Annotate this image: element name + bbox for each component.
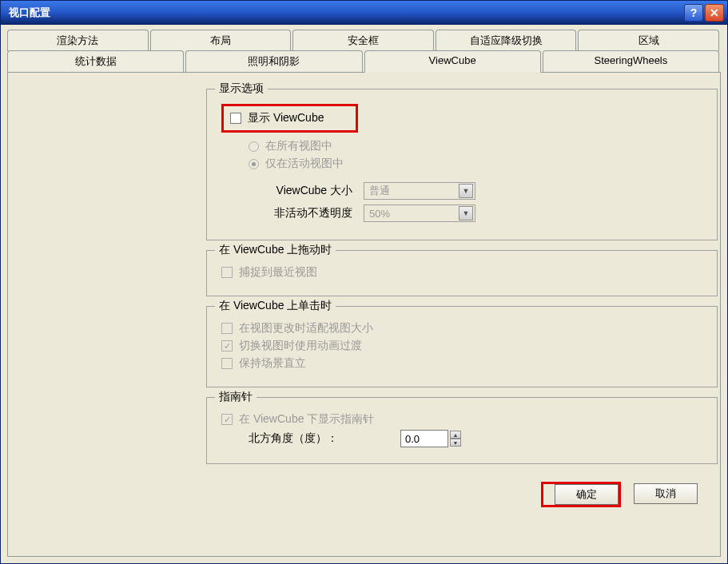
spinner-north-angle[interactable]: 0.0 ▲ ▼ [400, 430, 461, 447]
tab-row-top: 渲染方法 布局 安全框 自适应降级切换 区域 [7, 30, 721, 51]
label-inactive-opacity: 非活动不透明度 [249, 206, 352, 220]
checkbox-animate[interactable]: ✓ [221, 340, 233, 352]
close-button[interactable]: ✕ [705, 4, 724, 22]
checkbox-snap-nearest[interactable] [221, 267, 233, 278]
tab-regions[interactable]: 区域 [578, 30, 719, 51]
tab-render-method[interactable]: 渲染方法 [7, 30, 149, 51]
window-title: 视口配置 [9, 6, 682, 20]
label-snap-nearest: 捕捉到最近视图 [239, 265, 317, 280]
content-area: 显示选项 显示 ViewCube 在所有视图中 仅在活动视图中 V [206, 89, 718, 464]
tab-viewcube[interactable]: ViewCube [364, 50, 541, 73]
label-fit-view: 在视图更改时适配视图大小 [239, 321, 373, 336]
label-show-viewcube: 显示 ViewCube [248, 111, 324, 125]
row-viewcube-size: ViewCube 大小 普通 ▼ [249, 182, 702, 200]
checkbox-show-compass[interactable]: ✓ [221, 414, 233, 425]
group-display-options: 显示选项 显示 ViewCube 在所有视图中 仅在活动视图中 V [206, 89, 718, 240]
label-show-compass: 在 ViewCube 下显示指南针 [239, 412, 374, 427]
row-inactive-opacity: 非活动不透明度 50% ▼ [249, 205, 702, 222]
combo-inactive-opacity[interactable]: 50% ▼ [364, 205, 475, 222]
group-drag: 在 ViewCube 上拖动时 捕捉到最近视图 [206, 250, 718, 296]
legend-click: 在 ViewCube 上单击时 [215, 299, 336, 313]
radio-active-view[interactable] [249, 159, 259, 169]
legend-display-options: 显示选项 [215, 81, 268, 96]
highlight-ok: 确定 [541, 482, 621, 507]
titlebar: 视口配置 ? ✕ [1, 1, 727, 25]
checkbox-fit-view[interactable] [221, 323, 233, 334]
spinner-buttons[interactable]: ▲ ▼ [450, 431, 461, 447]
label-animate: 切换视图时使用动画过渡 [239, 339, 362, 353]
legend-compass: 指南针 [215, 390, 257, 404]
input-north-angle[interactable]: 0.0 [400, 430, 448, 447]
label-active-view: 仅在活动视图中 [265, 157, 344, 171]
viewport-config-dialog: 视口配置 ? ✕ 渲染方法 布局 安全框 自适应降级切换 区域 统计数据 照明和… [0, 0, 728, 564]
spinner-up-icon[interactable]: ▲ [450, 431, 461, 439]
ok-button[interactable]: 确定 [555, 484, 619, 505]
checkbox-keep-upright[interactable] [221, 358, 233, 369]
tab-steeringwheels[interactable]: SteeringWheels [543, 50, 719, 72]
label-keep-upright: 保持场景直立 [239, 356, 306, 371]
label-north-angle: 北方角度（度）： [249, 431, 400, 446]
radio-all-views[interactable] [249, 141, 259, 152]
highlight-show-viewcube: 显示 ViewCube [221, 104, 358, 133]
spinner-down-icon[interactable]: ▼ [450, 439, 461, 447]
cancel-button[interactable]: 取消 [634, 483, 698, 504]
combo-viewcube-size[interactable]: 普通 ▼ [364, 182, 475, 200]
dialog-body: 渲染方法 布局 安全框 自适应降级切换 区域 统计数据 照明和阴影 ViewCu… [1, 25, 727, 563]
chevron-down-icon: ▼ [459, 184, 473, 198]
group-compass: 指南针 ✓ 在 ViewCube 下显示指南针 北方角度（度）： 0.0 ▲ ▼ [206, 397, 718, 464]
button-footer: 确定 取消 [22, 474, 706, 507]
tab-row-bottom: 统计数据 照明和阴影 ViewCube SteeringWheels [7, 50, 721, 72]
help-button[interactable]: ? [684, 4, 703, 22]
wrap-cancel: 取消 [621, 482, 699, 507]
checkbox-show-viewcube[interactable] [230, 113, 241, 124]
legend-drag: 在 ViewCube 上拖动时 [215, 243, 336, 257]
chevron-down-icon: ▼ [459, 206, 473, 220]
label-all-views: 在所有视图中 [265, 139, 332, 153]
tab-safe-frame[interactable]: 安全框 [292, 30, 434, 51]
tab-layout[interactable]: 布局 [150, 30, 292, 51]
group-click: 在 ViewCube 上单击时 在视图更改时适配视图大小 ✓ 切换视图时使用动画… [206, 306, 718, 387]
tab-panel: 显示选项 显示 ViewCube 在所有视图中 仅在活动视图中 V [7, 72, 721, 557]
tab-lighting-shadows[interactable]: 照明和阴影 [185, 50, 362, 72]
tab-statistics[interactable]: 统计数据 [7, 50, 184, 72]
label-viewcube-size: ViewCube 大小 [249, 184, 352, 198]
tab-adaptive-degradation[interactable]: 自适应降级切换 [436, 30, 577, 51]
